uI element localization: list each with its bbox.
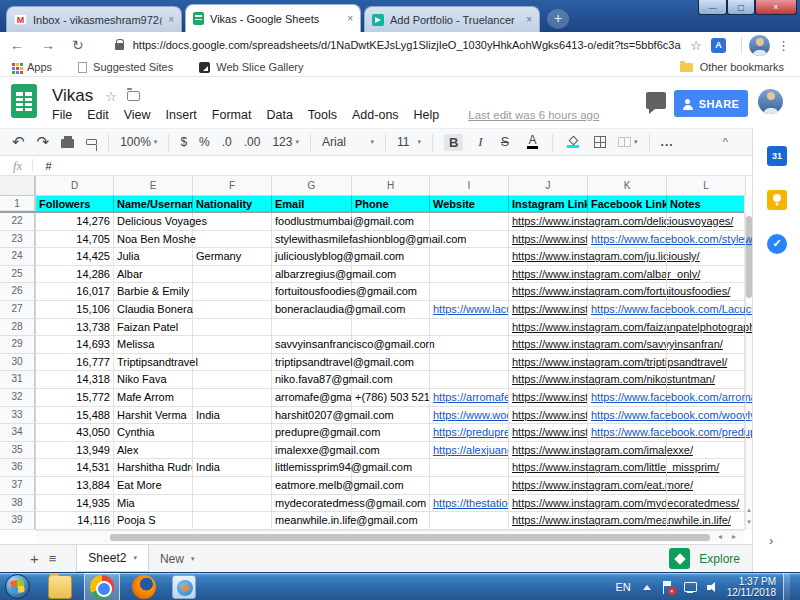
increase-decimal-button[interactable]: .00 xyxy=(244,135,261,149)
horizontal-scrollbar-thumb[interactable] xyxy=(110,534,710,541)
cell-D35[interactable]: 13,949 xyxy=(36,442,114,460)
cell-K32[interactable]: https://www.facebook.com/arromaf xyxy=(588,389,667,407)
cell-J39[interactable]: https://www.instagram.com/meanwhile.in.l… xyxy=(509,512,588,530)
last-edit-link[interactable]: Last edit was 6 hours ago xyxy=(468,109,599,121)
cell-L24[interactable] xyxy=(667,248,746,266)
cell-J24[interactable]: https://www.instagram.com/ju.liciously/ xyxy=(509,248,588,266)
cell-D33[interactable]: 15,488 xyxy=(36,407,114,425)
cell-L25[interactable] xyxy=(667,266,746,284)
cell-D24[interactable]: 14,425 xyxy=(36,248,114,266)
browser-tab-sheets[interactable]: Vikas - Google Sheets × xyxy=(185,4,361,32)
row-header-38[interactable]: 38 xyxy=(0,495,36,513)
cell-G25[interactable]: albarzregius@gmail.com xyxy=(272,266,352,284)
cell-D37[interactable]: 13,884 xyxy=(36,477,114,495)
cell-L28[interactable] xyxy=(667,319,746,337)
cell-J25[interactable]: https://www.instagram.com/albar_only/ xyxy=(509,266,588,284)
calendar-icon[interactable]: 31 xyxy=(767,146,787,166)
cell-D30[interactable]: 16,777 xyxy=(36,354,114,372)
cell-H30[interactable] xyxy=(352,354,430,372)
apps-grid-icon[interactable] xyxy=(12,63,15,66)
cell-E23[interactable]: Noa Ben Moshe xyxy=(114,231,193,249)
cell-F30[interactable] xyxy=(193,354,272,372)
cell-J29[interactable]: https://www.instagram.com/savvyinsanfran… xyxy=(509,336,588,354)
cell-I37[interactable] xyxy=(430,477,509,495)
cell-F25[interactable] xyxy=(193,266,272,284)
horizontal-scrollbar[interactable]: ◂ ▸ xyxy=(36,530,744,543)
cell-K24[interactable] xyxy=(588,248,667,266)
row-header-24[interactable]: 24 xyxy=(0,248,36,266)
cell-H37[interactable] xyxy=(352,477,430,495)
menu-insert[interactable]: Insert xyxy=(166,108,197,122)
cell-I38[interactable]: https://thestation xyxy=(430,495,509,513)
cell-I33[interactable]: https://www.woov xyxy=(430,407,509,425)
cell-F22[interactable] xyxy=(193,213,272,231)
row-header-28[interactable]: 28 xyxy=(0,319,36,337)
share-button[interactable]: SHARE xyxy=(674,90,748,117)
cell-L27[interactable] xyxy=(667,301,746,319)
browser-profile-avatar[interactable] xyxy=(749,35,770,56)
bookmark-apps[interactable]: Apps xyxy=(27,61,52,73)
cell-I23[interactable] xyxy=(430,231,509,249)
comments-icon[interactable] xyxy=(646,92,666,109)
column-header-E[interactable]: E xyxy=(114,176,193,195)
cell-G32[interactable]: arromafe@gmail xyxy=(272,389,352,407)
cell-L35[interactable] xyxy=(667,442,746,460)
cell-H39[interactable] xyxy=(352,512,430,530)
minimize-button[interactable]: — xyxy=(698,0,727,15)
cell-I36[interactable] xyxy=(430,459,509,477)
scroll-down-icon[interactable]: ▾ xyxy=(745,516,752,527)
italic-button[interactable]: I xyxy=(475,134,485,150)
cell-L31[interactable] xyxy=(667,371,746,389)
cell-K29[interactable] xyxy=(588,336,667,354)
cell-F1[interactable]: Nationality xyxy=(193,196,272,211)
menu-format[interactable]: Format xyxy=(212,108,252,122)
sheet-tab-sheet2[interactable]: Sheet2▾ xyxy=(76,545,149,572)
column-header-G[interactable]: G xyxy=(272,176,352,195)
cell-F38[interactable] xyxy=(193,495,272,513)
cell-H1[interactable]: Phone xyxy=(352,196,430,211)
cell-G26[interactable]: fortuitousfoodies@gmail.com xyxy=(272,283,352,301)
row-header-26[interactable]: 26 xyxy=(0,283,36,301)
cell-K38[interactable] xyxy=(588,495,667,513)
cell-J31[interactable]: https://www.instagram.com/nikostuntman/ xyxy=(509,371,588,389)
cell-E35[interactable]: Alex xyxy=(114,442,193,460)
cell-L32[interactable] xyxy=(667,389,746,407)
cell-K22[interactable] xyxy=(588,213,667,231)
cell-I34[interactable]: https://predupre.c xyxy=(430,424,509,442)
close-tab-icon[interactable]: × xyxy=(347,13,353,24)
cell-J27[interactable]: https://www.inst xyxy=(509,301,588,319)
account-avatar[interactable] xyxy=(758,89,783,114)
close-tab-icon[interactable]: × xyxy=(526,14,532,25)
cell-F23[interactable] xyxy=(193,231,272,249)
clock[interactable]: 1:37 PM 12/11/2018 xyxy=(727,576,776,598)
cell-K25[interactable] xyxy=(588,266,667,284)
cell-G31[interactable]: niko.fava87@gmail.com xyxy=(272,371,352,389)
cell-G38[interactable]: mydecoratedmess@gmail.com xyxy=(272,495,352,513)
undo-icon[interactable]: ↶ xyxy=(12,133,25,151)
cell-H28[interactable] xyxy=(352,319,430,337)
new-tab-button[interactable]: + xyxy=(547,9,569,29)
cell-J37[interactable]: https://www.instagram.com/eat.more/ xyxy=(509,477,588,495)
cell-L38[interactable] xyxy=(667,495,746,513)
cell-D34[interactable]: 43,050 xyxy=(36,424,114,442)
cell-K31[interactable] xyxy=(588,371,667,389)
menu-file[interactable]: File xyxy=(52,108,72,122)
cell-D38[interactable]: 14,935 xyxy=(36,495,114,513)
chrome-icon[interactable] xyxy=(90,575,114,599)
cell-J32[interactable]: https://www.inst xyxy=(509,389,588,407)
cell-E1[interactable]: Name/Username xyxy=(114,196,193,211)
cell-F37[interactable] xyxy=(193,477,272,495)
cell-H38[interactable] xyxy=(352,495,430,513)
cell-J26[interactable]: https://www.instagram.com/fortuitousfood… xyxy=(509,283,588,301)
cell-G29[interactable]: savvyinsanfrancisco@gmail.com xyxy=(272,336,352,354)
cell-I32[interactable]: https://arromafe.c xyxy=(430,389,509,407)
row-header-31[interactable]: 31 xyxy=(0,371,36,389)
cell-J23[interactable]: https://www.inst xyxy=(509,231,588,249)
translate-extension-icon[interactable]: A xyxy=(711,38,726,53)
other-bookmarks[interactable]: Other bookmarks xyxy=(680,61,784,73)
cell-K34[interactable]: https://www.facebook.com/predupr xyxy=(588,424,667,442)
row-header-32[interactable]: 32 xyxy=(0,389,36,407)
bookmark-star-icon[interactable]: ☆ xyxy=(690,38,702,53)
cell-L29[interactable] xyxy=(667,336,746,354)
cell-G36[interactable]: littlemissprim94@gmail.com xyxy=(272,459,352,477)
